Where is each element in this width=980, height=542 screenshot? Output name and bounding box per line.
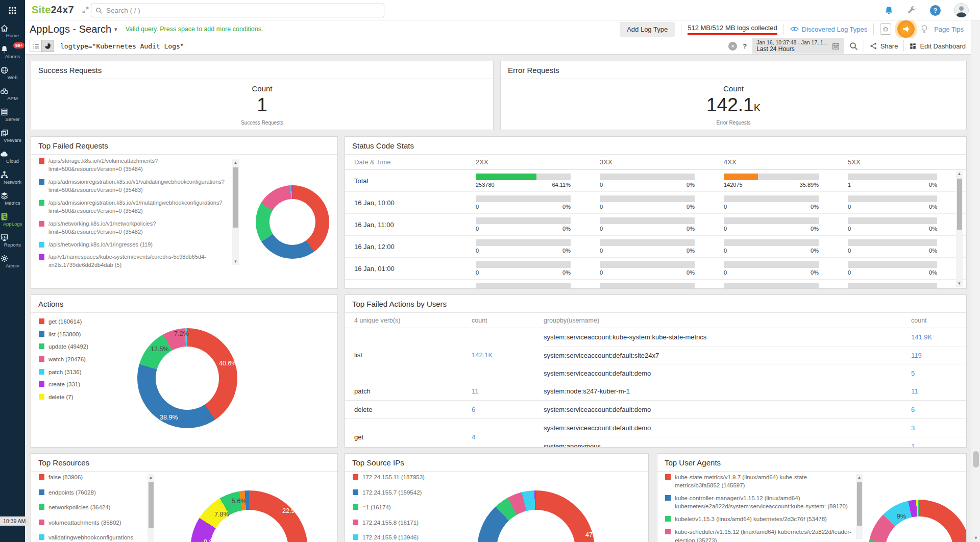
add-log-type-button[interactable]: Add Log Type (620, 22, 675, 37)
sidebar-item-home[interactable]: Home (0, 20, 25, 41)
user-count-link[interactable]: 6 (911, 406, 966, 413)
scroll-up-icon[interactable]: ▲ (856, 475, 863, 480)
tools-wrench-icon[interactable] (907, 6, 917, 15)
run-search-icon[interactable] (849, 42, 858, 51)
scrollbar-thumb[interactable] (233, 167, 238, 228)
scroll-down-icon[interactable]: ▼ (956, 281, 963, 286)
user-count-link[interactable]: 141.9K (911, 333, 966, 341)
top-user-agents-donut[interactable]: 9%9% (868, 500, 967, 542)
legend-item[interactable]: /api/v1/namespaces/kube-system/events/co… (39, 253, 229, 268)
page-title-dropdown[interactable]: AppLogs - Search ▾ (30, 23, 117, 35)
sidebar-item-cloud[interactable]: Cloud (0, 146, 25, 167)
legend-item[interactable]: /apis/networking.k8s.io/v1/networkpolici… (39, 220, 229, 236)
user-count-link[interactable]: 3 (911, 424, 966, 432)
share-button[interactable]: Share (870, 42, 898, 50)
legend-item[interactable]: kube-controller-manager/v1.15.12 (linux/… (665, 494, 853, 510)
page-scrollbar[interactable]: ▼ (971, 20, 980, 542)
user-count-link[interactable]: 1 (911, 442, 966, 448)
legend-item[interactable]: volumeattachments (35802) (39, 519, 147, 527)
sidebar-item-admin[interactable]: Admin (0, 251, 25, 272)
notification-bell-icon[interactable] (884, 6, 894, 15)
chart-view-toggle[interactable] (42, 40, 54, 52)
top-failed-requests-donut[interactable] (256, 185, 329, 259)
legend-item[interactable]: /apis/admissionregistration.k8s.io/v1/va… (39, 178, 229, 194)
legend-scrollbar[interactable]: ▲ (148, 474, 154, 541)
actions-donut[interactable]: 40.6%38.9%12.5%7.2% (137, 328, 237, 428)
row-label: Total (354, 177, 476, 185)
sidebar-item-alarms[interactable]: 99+ Alarms (0, 41, 25, 62)
time-range-picker[interactable]: Jan 16, 10:37:48 - Jan 17, 1... Last 24 … (752, 38, 844, 54)
legend-item[interactable]: /apis/networking.k8s.io/v1/ingresses (11… (39, 241, 229, 249)
legend-scrollbar[interactable]: ▲ ▼ (232, 159, 239, 265)
legend-item[interactable]: update (49492) (39, 342, 136, 351)
legend-item[interactable]: 172.24.155.11 (187953) (353, 473, 480, 481)
announcement-icon[interactable] (897, 20, 915, 38)
expand-icon[interactable] (82, 6, 89, 14)
verb-count-link[interactable]: 4 (472, 433, 544, 441)
legend-item[interactable]: networkpolicies (36424) (39, 503, 147, 511)
verb-count-link[interactable]: 11 (472, 387, 544, 395)
legend-item[interactable]: kubelet/v1.15.3 (linux/amd64) kubernetes… (665, 515, 853, 523)
discovered-log-types-link[interactable]: Discovered Log Types (790, 26, 867, 33)
sidebar-item-apm[interactable]: APM (0, 83, 25, 104)
edit-dashboard-button[interactable]: Edit Dashboard (910, 42, 966, 50)
sidebar-item-network[interactable]: Network (0, 167, 25, 188)
default-dashboard-icon[interactable] (880, 23, 891, 35)
legend-item[interactable]: patch (3136) (39, 368, 136, 377)
table-scrollbar[interactable]: ▲ ▼ (956, 170, 963, 287)
legend-item[interactable]: validatingwebhookconfigurations (35801) (39, 533, 147, 542)
legend-item[interactable]: get (160614) (39, 317, 136, 326)
search-input[interactable] (106, 7, 380, 14)
scroll-up-icon[interactable]: ▲ (956, 171, 963, 176)
list-view-toggle[interactable] (30, 40, 42, 52)
clear-query-icon[interactable]: ✕ (728, 42, 737, 51)
app-grid-button[interactable] (0, 0, 25, 20)
legend-item[interactable]: create (331) (39, 380, 136, 389)
scrollbar-thumb[interactable] (149, 482, 154, 528)
legend-item[interactable]: /apis/storage.k8s.io/v1/volumeattachment… (39, 157, 229, 174)
lightbulb-icon[interactable] (921, 24, 928, 34)
legend-scrollbar[interactable]: ▲ (856, 474, 863, 539)
scroll-up-icon[interactable]: ▲ (148, 475, 154, 480)
legend-item[interactable]: delete (7) (39, 393, 136, 402)
legend-swatch (39, 356, 44, 362)
scroll-up-icon[interactable]: ▲ (232, 160, 239, 165)
help-icon[interactable]: ? (930, 5, 941, 16)
user-count-link[interactable]: 11 (911, 387, 966, 395)
user-avatar[interactable] (954, 3, 969, 18)
sidebar-item-server[interactable]: Server (0, 104, 25, 125)
user-count-link[interactable]: 5 (911, 369, 966, 377)
query-input[interactable]: logtype="Kubernetes Audit Logs" (60, 42, 728, 50)
legend-item[interactable]: false (83906) (39, 473, 147, 481)
user-count-link[interactable]: 119 (911, 352, 966, 359)
sidebar-item-web[interactable]: Web (0, 62, 25, 83)
query-help-icon[interactable]: ? (743, 42, 747, 50)
site24x7-logo[interactable]: Site24x7 (32, 4, 74, 16)
status-cell: 00% (600, 195, 724, 210)
sidebar-item-reports[interactable]: Reports (0, 230, 25, 251)
top-resources-donut[interactable]: 22.9%5.6%7.8%9.8% (190, 490, 308, 542)
legend-item[interactable]: list (153800) (39, 330, 136, 339)
legend-item[interactable]: watch (28476) (39, 355, 136, 364)
legend-item[interactable]: endpoints (76028) (39, 488, 147, 497)
legend-item[interactable]: /apis/admissionregistration.k8s.io/v1/mu… (39, 199, 229, 215)
legend-item[interactable]: 172.24.155.8 (16171) (353, 519, 480, 527)
sidebar-item-applogs[interactable]: AppLogs (0, 209, 25, 230)
scrollbar-thumb[interactable] (857, 482, 862, 526)
sidebar-item-vmware[interactable]: VMware (0, 125, 25, 146)
verb-count-link[interactable]: 6 (472, 406, 544, 413)
verb-count-link[interactable]: 142.1K (472, 351, 544, 359)
legend-item[interactable]: 172.24.155.9 (13946) (353, 533, 480, 541)
logs-collected-status[interactable]: 512 MB/512 MB logs collected (688, 24, 777, 35)
legend-item[interactable]: 172.24.155.7 (159542) (353, 488, 480, 497)
legend-item[interactable]: kube-scheduler/v1.15.12 (linux/amd64) ku… (665, 528, 853, 542)
scrollbar-thumb[interactable] (973, 451, 979, 467)
scroll-down-icon[interactable]: ▼ (971, 535, 980, 540)
sidebar-item-metrics[interactable]: Metrics (0, 188, 25, 209)
scroll-down-icon[interactable]: ▼ (232, 259, 239, 264)
scrollbar-thumb[interactable] (957, 179, 962, 230)
top-source-ips-donut[interactable]: 47.5% (477, 490, 595, 542)
page-tips-link[interactable]: Page Tips (934, 26, 964, 33)
legend-item[interactable]: kube-state-metrics/v1.9.7 (linux/amd64) … (665, 473, 853, 489)
legend-item[interactable]: ::1 (16174) (353, 503, 480, 511)
